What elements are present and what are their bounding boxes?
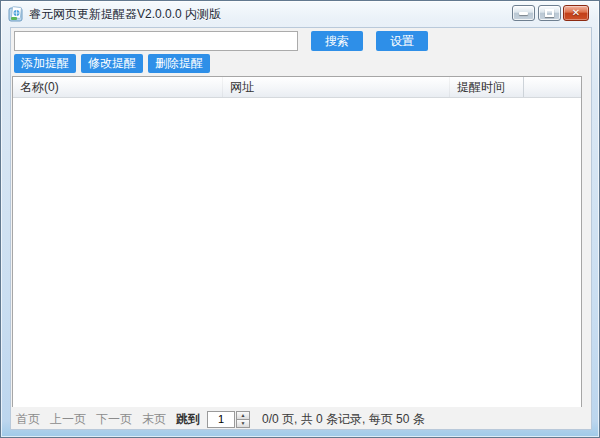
modify-reminder-button[interactable]: 修改提醒 (81, 54, 143, 73)
minimize-button[interactable] (512, 5, 535, 21)
column-header-extra (524, 77, 581, 97)
maximize-button[interactable] (538, 5, 561, 21)
maximize-icon (545, 9, 554, 17)
search-input[interactable] (14, 31, 298, 51)
pagination-bar: 首页 上一页 下一页 末页 跳到 ▲ ▼ 0/0 页, 共 0 条记录, 每页 … (16, 410, 425, 428)
column-header-name[interactable]: 名称(0) (13, 77, 223, 97)
app-window: 睿元网页更新提醒器V2.0.0.0 内测版 ✕ 搜索 设置 添加提醒 修改提醒 … (0, 0, 600, 438)
title-bar: 睿元网页更新提醒器V2.0.0.0 内测版 (1, 1, 599, 27)
page-spinner: ▲ ▼ (236, 411, 250, 428)
settings-button[interactable]: 设置 (376, 31, 428, 51)
table-header: 名称(0) 网址 提醒时间 (13, 77, 581, 98)
search-button[interactable]: 搜索 (311, 31, 363, 51)
first-page-link[interactable]: 首页 (16, 411, 40, 428)
table-body-empty (13, 98, 581, 407)
close-icon: ✕ (572, 8, 580, 18)
spinner-up-icon[interactable]: ▲ (236, 411, 250, 419)
app-icon (8, 6, 24, 22)
column-header-time[interactable]: 提醒时间 (450, 77, 524, 97)
window-title: 睿元网页更新提醒器V2.0.0.0 内测版 (29, 6, 221, 23)
delete-reminder-button[interactable]: 删除提醒 (148, 54, 210, 73)
minimize-icon (519, 12, 528, 15)
next-page-link[interactable]: 下一页 (96, 411, 132, 428)
prev-page-link[interactable]: 上一页 (50, 411, 86, 428)
jump-to-label: 跳到 (176, 411, 200, 428)
reminder-table: 名称(0) 网址 提醒时间 (12, 76, 582, 407)
jump-page-input[interactable] (207, 411, 235, 428)
close-button[interactable]: ✕ (563, 5, 589, 21)
record-summary: 0/0 页, 共 0 条记录, 每页 50 条 (262, 411, 425, 428)
add-reminder-button[interactable]: 添加提醒 (14, 54, 76, 73)
column-header-url[interactable]: 网址 (223, 77, 450, 97)
last-page-link[interactable]: 末页 (142, 411, 166, 428)
client-area: 搜索 设置 添加提醒 修改提醒 删除提醒 名称(0) 网址 提醒时间 首页 上一… (10, 27, 592, 430)
spinner-down-icon[interactable]: ▼ (236, 419, 250, 428)
